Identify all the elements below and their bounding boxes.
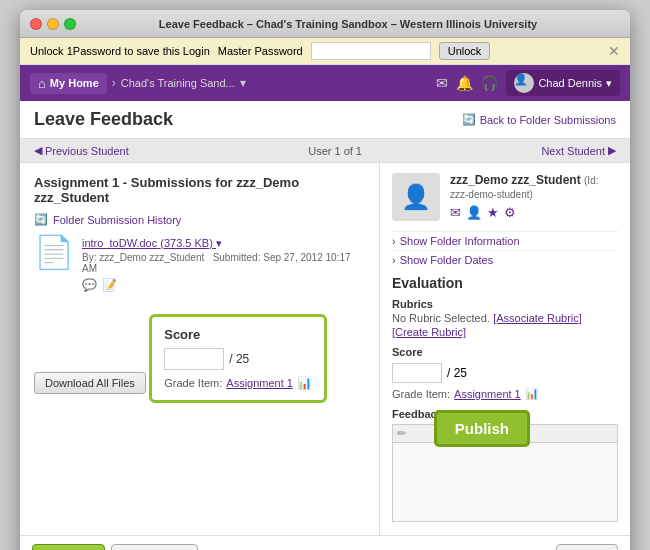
main-content: Leave Feedback 🔄 Back to Folder Submissi… <box>20 101 630 550</box>
nav-breadcrumb[interactable]: Chad's Training Sand... <box>121 77 235 89</box>
prev-student-button[interactable]: ◀ Previous Student <box>34 144 129 157</box>
close-icon[interactable]: ✕ <box>608 43 620 59</box>
avatar: 👤 <box>514 73 534 93</box>
file-download-icon[interactable]: ▾ <box>216 237 222 249</box>
profile-icon[interactable]: 👤 <box>466 205 482 220</box>
email-student-icon[interactable]: ✉ <box>450 205 461 220</box>
nav-bar: ⌂ My Home › Chad's Training Sand... ▾ ✉ … <box>20 65 630 101</box>
nav-home-label: My Home <box>50 77 99 89</box>
next-arrow-icon: ▶ <box>608 144 616 157</box>
student-nav: ◀ Previous Student User 1 of 1 Next Stud… <box>20 139 630 163</box>
pencil-icon[interactable]: ✏ <box>397 427 406 440</box>
file-meta: By: zzz_Demo zzz_Student Submitted: Sep … <box>82 252 365 274</box>
eval-score-row: / 25 <box>392 363 618 383</box>
create-rubric-link[interactable]: [Create Rubric] <box>392 326 466 338</box>
chevron-right-icon: › <box>392 235 396 247</box>
annotate-icon[interactable]: 📝 <box>102 278 117 292</box>
window-controls[interactable] <box>30 18 76 30</box>
nav-right: ✉ 🔔 🎧 👤 Chad Dennis ▾ <box>436 70 620 96</box>
student-info: 👤 zzz_Demo zzz_Student (Id: zzz-demo-stu… <box>392 173 618 221</box>
student-name: zzz_Demo zzz_Student (Id: zzz-demo-stude… <box>450 173 618 201</box>
grade-item-link[interactable]: Assignment 1 <box>226 377 293 389</box>
two-column-layout: Assignment 1 - Submissions for zzz_Demo … <box>20 163 630 535</box>
publish-callout[interactable]: Publish <box>434 410 530 447</box>
user-name: Chad Dennis <box>538 77 602 89</box>
bell-icon[interactable]: 🔔 <box>456 75 473 91</box>
home-icon: ⌂ <box>38 76 46 91</box>
associate-rubric-link[interactable]: [Associate Rubric] <box>493 312 582 324</box>
score-box: Score / 25 Grade Item: Assignment 1 📊 <box>149 314 327 403</box>
score-input-row: / 25 <box>164 348 312 370</box>
comment-icon[interactable]: 💬 <box>82 278 97 292</box>
publish-button[interactable]: Publish <box>32 544 105 550</box>
next-student-button[interactable]: Next Student ▶ <box>541 144 616 157</box>
rubrics-label: Rubrics <box>392 298 433 310</box>
title-bar: Leave Feedback – Chad's Training Sandbox… <box>20 10 630 38</box>
chevron-right-icon2: › <box>392 254 396 266</box>
feedback-textarea[interactable] <box>392 442 618 522</box>
breadcrumb-chevron: › <box>112 76 116 90</box>
file-info: intro_toDW.doc (373.5 KB) ▾ By: zzz_Demo… <box>82 236 365 292</box>
back-arrow-icon: 🔄 <box>462 113 476 126</box>
page-title: Leave Feedback <box>34 109 173 130</box>
finish-button[interactable]: Finish <box>556 544 618 550</box>
grade-chart-icon[interactable]: 📊 <box>525 387 539 400</box>
master-password-label: Master Password <box>218 45 303 57</box>
file-icon: 📄 <box>34 236 74 268</box>
eval-score-denom: / 25 <box>447 366 467 380</box>
no-rubric-text: No Rubric Selected. <box>392 312 490 324</box>
file-actions: 💬 📝 <box>82 278 365 292</box>
rubrics-row: Rubrics No Rubric Selected. [Associate R… <box>392 297 618 339</box>
back-to-folder-link[interactable]: 🔄 Back to Folder Submissions <box>462 113 616 126</box>
download-all-button[interactable]: Download All Files <box>34 372 146 394</box>
grade-item-line: Grade Item: Assignment 1 📊 <box>392 387 618 400</box>
student-count: User 1 of 1 <box>129 145 542 157</box>
show-folder-dates-link[interactable]: › Show Folder Dates <box>392 250 618 269</box>
student-action-icons: ✉ 👤 ★ ⚙ <box>450 205 618 220</box>
prev-arrow-icon: ◀ <box>34 144 42 157</box>
score-input[interactable] <box>164 348 224 370</box>
evaluation-section: Evaluation Rubrics No Rubric Selected. [… <box>392 275 618 525</box>
close-button[interactable] <box>30 18 42 30</box>
user-chevron-icon: ▾ <box>606 77 612 90</box>
breadcrumb-arrow: ▾ <box>240 76 246 90</box>
window-title: Leave Feedback – Chad's Training Sandbox… <box>76 18 620 30</box>
headset-icon[interactable]: 🎧 <box>481 75 498 91</box>
email-icon[interactable]: ✉ <box>436 75 448 91</box>
maximize-button[interactable] <box>64 18 76 30</box>
folder-history-link[interactable]: 🔄 Folder Submission History <box>34 213 365 226</box>
score-denom: / 25 <box>229 352 249 366</box>
right-column: 👤 zzz_Demo zzz_Student (Id: zzz-demo-stu… <box>380 163 630 535</box>
password-bar-text: Unlock 1Password to save this Login <box>30 45 210 57</box>
my-home-button[interactable]: ⌂ My Home <box>30 73 107 94</box>
password-bar: Unlock 1Password to save this Login Mast… <box>20 38 630 65</box>
student-avatar: 👤 <box>392 173 440 221</box>
score-label: Score <box>392 346 423 358</box>
user-menu[interactable]: 👤 Chad Dennis ▾ <box>506 70 620 96</box>
settings-icon[interactable]: ⚙ <box>504 205 516 220</box>
evaluation-title: Evaluation <box>392 275 618 291</box>
student-details: zzz_Demo zzz_Student (Id: zzz-demo-stude… <box>450 173 618 221</box>
minimize-button[interactable] <box>47 18 59 30</box>
content-header: Leave Feedback 🔄 Back to Folder Submissi… <box>20 101 630 139</box>
unlock-button[interactable]: Unlock <box>439 42 491 60</box>
eval-score-input[interactable] <box>392 363 442 383</box>
left-column: Assignment 1 - Submissions for zzz_Demo … <box>20 163 380 535</box>
file-link[interactable]: intro_toDW.doc (373.5 KB) <box>82 237 216 249</box>
grade-item-eval-link[interactable]: Assignment 1 <box>454 388 521 400</box>
score-row: Score / 25 Grade Item: Assignment 1 📊 <box>392 345 618 400</box>
grade-item-row: Grade Item: Assignment 1 📊 <box>164 376 312 390</box>
assignment-title: Assignment 1 - Submissions for zzz_Demo … <box>34 175 365 205</box>
show-folder-info-link[interactable]: › Show Folder Information <box>392 231 618 250</box>
history-icon: 🔄 <box>34 213 48 226</box>
bar-chart-icon[interactable]: 📊 <box>297 376 312 390</box>
save-draft-button[interactable]: Save Draft <box>111 544 198 550</box>
file-item: 📄 intro_toDW.doc (373.5 KB) ▾ By: zzz_De… <box>34 236 365 292</box>
master-password-input[interactable] <box>311 42 431 60</box>
score-box-label: Score <box>164 327 312 342</box>
action-bar: Publish Save Draft Finish <box>20 535 630 550</box>
star-icon[interactable]: ★ <box>487 205 499 220</box>
